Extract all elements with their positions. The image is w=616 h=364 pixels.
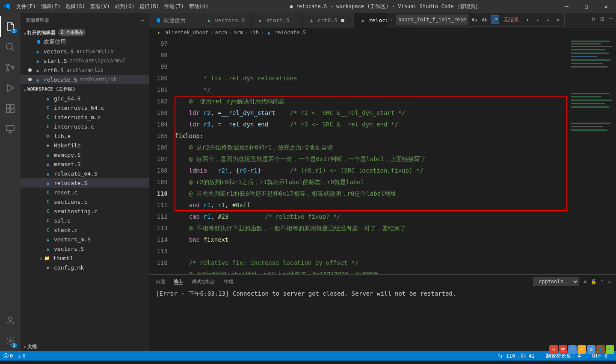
explorer-icon[interactable]: 2 (0, 16, 21, 37)
file-tree-item[interactable]: ▤lib.a (21, 131, 149, 141)
code-line[interactable]: * fix .rel.dyn relocations (175, 73, 569, 84)
file-tree-item[interactable]: Cinterrupts.c (21, 122, 149, 131)
panel-tab[interactable]: 调试控制台 (192, 279, 215, 285)
more-icon[interactable]: ⋯ (609, 15, 613, 22)
code-line[interactable]: and r1, r1, #0xff (175, 200, 569, 211)
extensions-icon[interactable] (0, 98, 21, 119)
file-tree-item[interactable]: ▲relocate.S (21, 178, 149, 188)
tray-keyboard-icon[interactable]: ⌨ (578, 345, 586, 354)
panel-tab[interactable]: 输出 (174, 278, 183, 285)
run-debug-icon[interactable] (0, 78, 21, 98)
breadcrumb-item[interactable]: alientek_uboot (165, 29, 208, 35)
menu-item[interactable]: 转到(G) (113, 0, 137, 13)
panel-tab[interactable]: 终端 (224, 279, 233, 285)
code-line[interactable]: @ 使用rel_dyn解决引用代码问题 (175, 96, 569, 107)
open-editor-item[interactable]: ▲relocate.Sarch\arm\lib (21, 75, 149, 84)
more-icon[interactable]: ⋯ (141, 18, 144, 23)
find-in-selection-icon[interactable]: ≡ (544, 15, 552, 24)
menu-item[interactable]: 编辑(E) (38, 0, 63, 13)
split-editor-icon[interactable]: ◫ (601, 15, 604, 22)
find-expand-icon[interactable]: › (389, 17, 394, 23)
source-control-icon[interactable] (0, 57, 21, 78)
tray-tool-icon[interactable]: 🔧 (606, 345, 614, 354)
menu-item[interactable]: 查看(V) (88, 0, 113, 13)
close-find-icon[interactable]: ✕ (554, 15, 563, 24)
tray-lang-icon[interactable]: 中 (559, 345, 567, 354)
maximize-button[interactable]: ◻ (577, 0, 596, 13)
code-line[interactable]: @ 不相等就执行下面的函数，一般不相等的原因就是已经没有这一对了，要结束了 (175, 223, 569, 234)
file-tree-item[interactable]: Cinterrupts_m.c (21, 112, 149, 122)
breadcrumb-item[interactable]: relocate.S (275, 29, 305, 35)
breadcrumb-item[interactable]: arm (234, 29, 243, 35)
code-line[interactable]: fixloop: (175, 130, 569, 142)
open-editor-item[interactable]: ▲start.Sarch\arm\cpu\armv7 (21, 56, 149, 65)
menu-item[interactable]: 文件(F) (14, 0, 38, 13)
clear-output-icon[interactable]: ≢ (583, 279, 586, 285)
run-icon[interactable]: ▷ (592, 15, 596, 22)
code-line[interactable]: cmp r1, #23 /* relative fixup? */ (175, 211, 569, 223)
minimap[interactable] (569, 37, 616, 274)
breadcrumb-item[interactable]: lib (249, 29, 259, 35)
code-line[interactable]: ldr r2, =__rel_dyn_start /* r2 <- SRC &_… (175, 107, 569, 119)
output-body[interactable]: [Error - 下午6:03:13] Connection to server… (149, 288, 616, 351)
settings-gear-icon[interactable]: 1 (0, 331, 21, 351)
code-line[interactable]: */ (175, 84, 569, 96)
next-match-icon[interactable]: ↓ (533, 15, 542, 24)
file-tree-item[interactable]: Cspl.c (21, 216, 149, 225)
search-icon[interactable] (0, 37, 21, 57)
breadcrumb[interactable]: ▸alientek_uboot›arch›arm›lib›▲relocate.S (149, 28, 616, 37)
prev-match-icon[interactable]: ↑ (523, 15, 532, 24)
editor-tab[interactable]: 欢迎使用 (149, 13, 200, 28)
code-line[interactable]: @ 首先先判断r1的低8位是不是和0x17相等，相等就说明，r0是个label地… (175, 188, 569, 200)
workspace-header[interactable]: ⌄ WORKSPACE (工作区) (21, 84, 149, 94)
status-errors[interactable]: ⓧ 0 (3, 352, 13, 360)
panel-close-icon[interactable]: ✕ (608, 279, 611, 285)
panel-tab[interactable]: 问题 (156, 279, 165, 285)
file-tree-item[interactable]: ▲memset.S (21, 159, 149, 169)
match-word-icon[interactable]: Ab (480, 15, 489, 24)
file-tree-item[interactable]: ❖Makefile (21, 141, 149, 150)
tray-punct-icon[interactable]: ' (568, 345, 577, 354)
close-button[interactable]: ✕ (596, 0, 616, 13)
menu-item[interactable]: 选择(S) (63, 0, 88, 13)
code-line[interactable]: ldr r3, =__rel_dyn_end /* r3 <- SRC &__r… (175, 119, 569, 130)
regex-icon[interactable]: .* (491, 15, 499, 24)
code-line[interactable]: @ 此时r0就是label地址，r4在上面计算了，0x18747000，是偏移量 (175, 269, 569, 274)
tray-ime-icon[interactable]: S (549, 345, 558, 354)
breadcrumb-item[interactable]: arch (215, 29, 227, 35)
tray-user-icon[interactable]: 👤 (596, 345, 605, 354)
open-editor-item[interactable]: ▲vectors.Sarch\arm\lib (21, 47, 149, 56)
open-editor-item[interactable]: ▲crt0.Sarch\arm\lib (21, 65, 149, 75)
status-warnings[interactable]: ⚠ 0 (18, 353, 25, 359)
code-line[interactable] (175, 246, 569, 257)
account-icon[interactable] (0, 310, 21, 331)
remote-icon[interactable] (0, 119, 21, 139)
file-tree-item[interactable]: ▲vectors.S (21, 244, 149, 253)
menu-item[interactable]: 运行(R) (137, 0, 162, 13)
editor-tab[interactable]: ▲start.S (252, 13, 303, 28)
tray-emoji-icon[interactable]: ☺ (587, 345, 595, 354)
open-editors-header[interactable]: ⌄ 打开的编辑器 2 个未保存 (21, 28, 149, 37)
output-channel-select[interactable]: cpptools (533, 277, 579, 286)
file-tree-item[interactable]: Cstack.c (21, 225, 149, 235)
code-line[interactable]: ldmia r2!, {r0-r1} /* (r0,r1) <- (SRC lo… (175, 165, 569, 176)
code-line[interactable]: @ 从r2开始将数据放到r0和r1，放完之后r2地址自增 (175, 142, 569, 153)
find-input[interactable] (396, 15, 468, 25)
menu-item[interactable]: 终端(T) (162, 0, 187, 13)
code-line[interactable]: @ 读两个，是因为这玩意就是两个一对，一个是0x17判断，一个是label，上面… (175, 153, 569, 165)
code-editor[interactable]: * fix .rel.dyn relocations */ @ 使用rel_dy… (175, 37, 569, 274)
file-tree-item[interactable]: Csections.c (21, 197, 149, 206)
file-tree-item[interactable]: ▲relocate_64.S (21, 169, 149, 178)
file-tree-item[interactable]: ▲memcpy.S (21, 150, 149, 159)
outline-header[interactable]: › 大纲 (21, 342, 149, 351)
menu-item[interactable]: 帮助(H) (187, 0, 211, 13)
code-line[interactable]: /* relative fix: increase location by of… (175, 257, 569, 269)
status-cursor[interactable]: 行 110，列 42 (498, 352, 535, 360)
file-tree-item[interactable]: Csemihosting.c (21, 206, 149, 216)
code-line[interactable]: bne fixnext (175, 234, 569, 246)
lock-scroll-icon[interactable]: 🔓 (591, 279, 597, 285)
file-tree-item[interactable]: ▲vectors_m.S (21, 235, 149, 244)
panel-maximize-icon[interactable]: ^ (601, 279, 604, 285)
file-tree-item[interactable]: Creset.c (21, 188, 149, 197)
minimize-button[interactable]: ─ (557, 0, 577, 13)
